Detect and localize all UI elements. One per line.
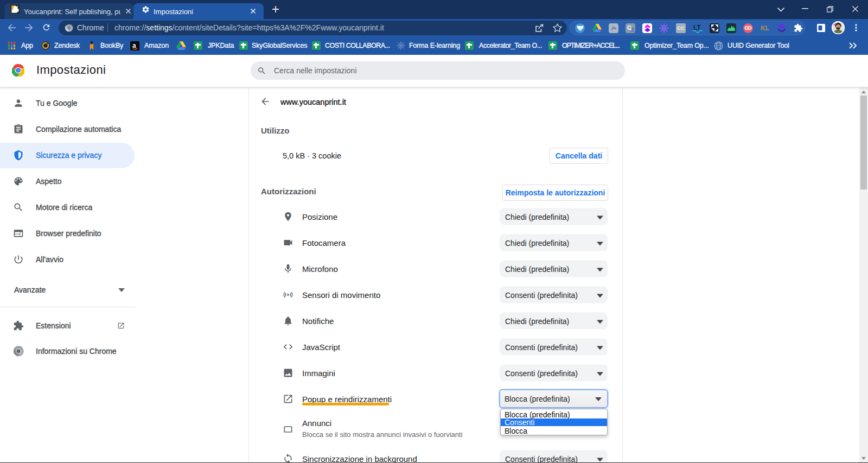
svg-text:a: a [132,42,136,49]
